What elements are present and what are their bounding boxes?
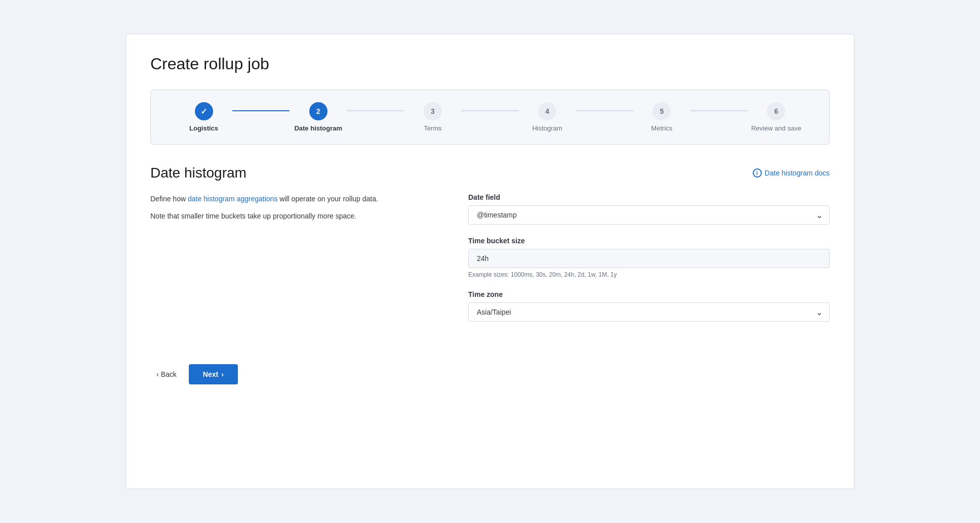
step-item-1: ✓ Logistics [175,102,232,132]
description: Define how date histogram aggregations w… [150,193,444,222]
date-field-select[interactable]: @timestamp [468,205,830,225]
right-panel: Date field @timestamp ⌄ Time bucket size… [468,193,830,334]
description-paragraph-1: Define how date histogram aggregations w… [150,193,444,204]
main-content: Define how date histogram aggregations w… [150,193,830,334]
date-field-label: Date field [468,193,830,201]
description-paragraph-2: Note that smaller time buckets take up p… [150,210,444,222]
step-number-3: 3 [431,107,435,115]
time-bucket-size-group: Time bucket size Example sizes: 1000ms, … [468,237,830,278]
back-label: Back [161,370,177,378]
step-item-2: 2 Date histogram [290,102,347,132]
date-field-select-wrapper: @timestamp ⌄ [468,205,830,225]
step-number-2: 2 [316,107,320,115]
description-link[interactable]: date histogram aggregations [188,195,277,203]
connector-2-3 [347,110,404,111]
step-label-5: Metrics [651,124,672,132]
time-bucket-hint: Example sizes: 1000ms, 30s, 20m, 24h, 2d… [468,271,830,278]
step-label-3: Terms [424,124,441,132]
description-suffix: will operate on your rollup data. [277,195,378,203]
step-circle-6: 6 [767,102,785,120]
docs-link-label: Date histogram docs [765,169,830,177]
next-label: Next [203,370,218,378]
time-bucket-size-input[interactable] [468,249,830,268]
step-number-5: 5 [660,107,664,115]
step-number-4: 4 [545,107,549,115]
step-item-4: 4 Histogram [519,102,576,132]
step-circle-3: 3 [424,102,442,120]
time-zone-group: Time zone Asia/Taipei ⌄ [468,290,830,322]
back-button[interactable]: ‹ Back [150,366,183,382]
step-item-6: 6 Review and save [748,102,805,132]
step-label-4: Histogram [532,124,562,132]
connector-4-5 [576,110,633,111]
step-item-5: 5 Metrics [633,102,690,132]
section-header: Date histogram i Date histogram docs [150,165,830,181]
check-icon: ✓ [200,107,207,116]
time-zone-label: Time zone [468,290,830,298]
stepper-steps: ✓ Logistics 2 Date histogram 3 Terms [175,102,805,132]
connector-1-2 [232,110,290,111]
next-button[interactable]: Next › [189,364,238,384]
time-zone-select[interactable]: Asia/Taipei [468,302,830,322]
connector-3-4 [461,110,518,111]
footer-buttons: ‹ Back Next › [150,364,830,384]
step-circle-4: 4 [538,102,556,120]
step-label-6: Review and save [751,124,801,132]
step-label-1: Logistics [189,124,218,132]
step-circle-2: 2 [309,102,328,120]
chevron-right-icon: › [221,370,224,378]
step-label-2: Date histogram [294,124,342,132]
docs-link[interactable]: i Date histogram docs [753,168,830,178]
left-panel: Define how date histogram aggregations w… [150,193,444,334]
stepper: ✓ Logistics 2 Date histogram 3 Terms [150,90,830,145]
date-field-group: Date field @timestamp ⌄ [468,193,830,225]
description-prefix: Define how [150,195,188,203]
page-title: Create rollup job [150,55,830,73]
step-item-3: 3 Terms [404,102,461,132]
step-circle-5: 5 [652,102,671,120]
main-area: Date histogram i Date histogram docs Def… [150,165,830,334]
page-container: Create rollup job ✓ Logistics 2 Date his… [126,34,854,489]
time-bucket-size-label: Time bucket size [468,237,830,245]
step-number-6: 6 [774,107,779,115]
connector-5-6 [690,110,748,111]
step-circle-1: ✓ [195,102,213,120]
time-zone-select-wrapper: Asia/Taipei ⌄ [468,302,830,322]
chevron-left-icon: ‹ [156,370,159,378]
section-title: Date histogram [150,165,247,181]
info-icon: i [753,168,762,178]
